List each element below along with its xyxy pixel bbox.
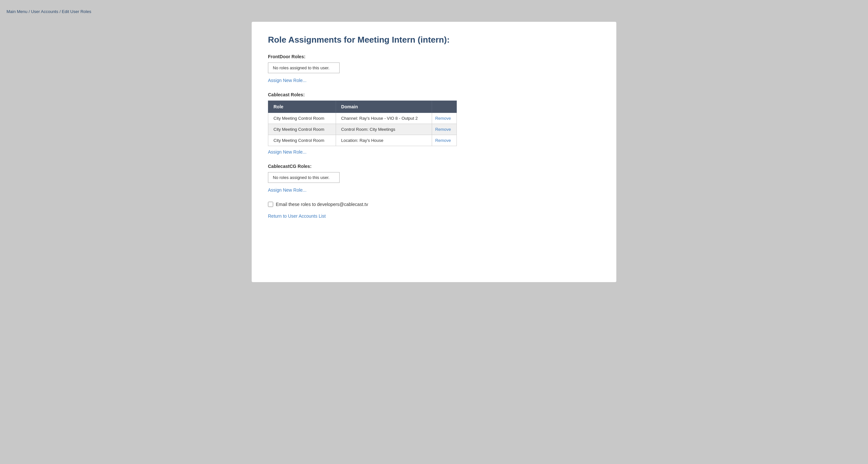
domain-cell: Control Room: City Meetings [336, 124, 432, 135]
role-cell: City Meeting Control Room [268, 113, 336, 124]
action-cell: Remove [432, 124, 457, 135]
frontdoor-no-roles-box: No roles assigned to this user. [268, 63, 340, 73]
cablecastcg-roles-section: CablecastCG Roles: No roles assigned to … [268, 164, 600, 193]
domain-cell: Channel: Ray's House - VIO 8 - Output 2 [336, 113, 432, 124]
frontdoor-assign-link[interactable]: Assign New Role... [268, 78, 600, 83]
breadcrumb-main-menu[interactable]: Main Menu [6, 9, 27, 14]
table-header-row: Role Domain [268, 101, 457, 113]
action-cell: Remove [432, 135, 457, 146]
table-row: City Meeting Control Room Control Room: … [268, 124, 457, 135]
remove-link-0[interactable]: Remove [435, 116, 451, 121]
main-container: Role Assignments for Meeting Intern (int… [252, 22, 616, 282]
email-checkbox[interactable] [268, 202, 273, 207]
return-link[interactable]: Return to User Accounts List [268, 213, 326, 219]
col-action-header [432, 101, 457, 113]
cablecastcg-assign-link[interactable]: Assign New Role... [268, 188, 600, 193]
remove-link-2[interactable]: Remove [435, 138, 451, 143]
breadcrumb-user-accounts[interactable]: User Accounts [31, 9, 58, 14]
cablecast-roles-section: Cablecast Roles: Role Domain City Meetin… [268, 92, 600, 155]
cablecastcg-no-roles-text: No roles assigned to this user. [273, 175, 330, 180]
email-label: Email these roles to developers@cablecas… [276, 202, 368, 207]
frontdoor-section-label: FrontDoor Roles: [268, 54, 600, 59]
col-role-header: Role [268, 101, 336, 113]
breadcrumb: Main Menu / User Accounts / Edit User Ro… [6, 6, 862, 16]
role-cell: City Meeting Control Room [268, 135, 336, 146]
email-section: Email these roles to developers@cablecas… [268, 202, 600, 207]
cablecast-section-label: Cablecast Roles: [268, 92, 600, 97]
cablecast-assign-link[interactable]: Assign New Role... [268, 150, 600, 155]
role-cell: City Meeting Control Room [268, 124, 336, 135]
domain-cell: Location: Ray's House [336, 135, 432, 146]
remove-link-1[interactable]: Remove [435, 127, 451, 132]
col-domain-header: Domain [336, 101, 432, 113]
page-title: Role Assignments for Meeting Intern (int… [268, 35, 600, 45]
breadcrumb-current: Edit User Roles [62, 9, 91, 14]
cablecast-roles-table: Role Domain City Meeting Control Room Ch… [268, 101, 457, 146]
cablecastcg-section-label: CablecastCG Roles: [268, 164, 600, 169]
table-row: City Meeting Control Room Location: Ray'… [268, 135, 457, 146]
table-row: City Meeting Control Room Channel: Ray's… [268, 113, 457, 124]
frontdoor-no-roles-text: No roles assigned to this user. [273, 65, 330, 70]
frontdoor-roles-section: FrontDoor Roles: No roles assigned to th… [268, 54, 600, 83]
action-cell: Remove [432, 113, 457, 124]
cablecastcg-no-roles-box: No roles assigned to this user. [268, 172, 340, 183]
